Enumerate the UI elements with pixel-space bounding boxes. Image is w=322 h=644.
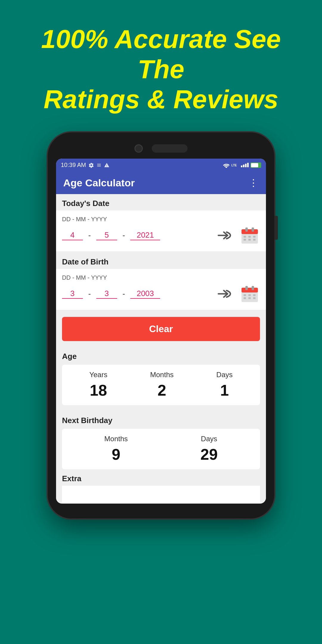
today-calendar-icon[interactable] [239,225,260,246]
svg-text:LTE: LTE [231,164,237,167]
signal-bar-3 [245,164,247,167]
phone-power-button [274,216,278,240]
age-days-value: 1 [220,381,229,399]
clear-button[interactable]: Clear [62,317,260,341]
svg-rect-16 [248,294,251,296]
phone-top-bar [56,141,266,159]
today-month-input[interactable] [96,230,117,240]
signal-bars [241,163,249,167]
dob-year-input[interactable] [130,289,160,299]
phone-speaker [152,144,188,153]
today-sep-1: - [88,231,91,240]
today-date-inputs-row: - - [62,225,260,246]
age-card: Years 18 Months 2 Days 1 [62,365,260,405]
dob-label: Date of Birth [56,253,266,269]
age-years-col: Years 18 [89,371,108,399]
dob-sep-2: - [123,289,125,298]
warning-icon [104,162,109,168]
birthday-months-value: 9 [112,445,120,463]
lte-icon: LTE [231,162,239,168]
headline: 100% Accurate See The Ratings & Reviews [0,0,322,132]
svg-rect-10 [253,239,256,241]
today-date-card: DD - MM - YYYY - - [56,210,266,251]
dob-format: DD - MM - YYYY [62,274,260,281]
extra-label: Extra [62,474,260,486]
headline-line1: 100% Accurate See The [41,24,281,84]
birthday-months-label: Months [104,435,128,443]
age-years-value: 18 [90,381,107,399]
age-days-label: Days [216,371,233,379]
svg-rect-15 [244,294,246,296]
age-months-value: 2 [157,381,166,399]
dob-card: DD - MM - YYYY - - [56,269,266,310]
birthday-days-label: Days [201,435,217,443]
svg-rect-17 [253,294,256,296]
app-title: Age Calculator [63,177,135,189]
age-section-label: Age [62,352,260,365]
dob-day-input[interactable] [62,289,83,299]
dob-inputs-row: - - [62,284,260,304]
today-year-input[interactable] [130,230,160,240]
svg-rect-19 [248,297,251,299]
today-date-format: DD - MM - YYYY [62,216,260,223]
next-birthday-label: Next Birthday [62,411,260,429]
battery-fill [251,163,258,167]
svg-rect-13 [245,286,248,290]
headline-line2: Ratings & Reviews [44,84,278,114]
menu-dots-button[interactable]: ⋮ [249,177,259,188]
svg-rect-12 [242,288,258,292]
svg-rect-2 [242,229,258,234]
svg-rect-6 [248,236,251,238]
phone-camera [134,144,143,153]
svg-rect-4 [252,227,254,232]
birthday-days-value: 29 [200,445,218,463]
today-day-input[interactable] [62,230,83,240]
age-months-label: Months [150,371,174,379]
phone-screen: 10:39 AM LTE [56,159,266,504]
status-bar: 10:39 AM LTE [56,159,266,172]
svg-rect-18 [244,297,246,299]
wifi-icon [223,162,230,168]
status-time-group: 10:39 AM [61,162,109,168]
notification-icon [96,162,102,168]
app-header: Age Calculator ⋮ [56,172,266,194]
birthday-days-col: Days 29 [200,435,218,463]
today-share-icon[interactable] [215,227,233,244]
svg-rect-7 [253,236,256,238]
today-sep-2: - [123,231,125,240]
signal-bar-2 [243,165,244,167]
dob-month-input[interactable] [96,289,117,299]
age-days-col: Days 1 [216,371,233,399]
svg-rect-8 [244,239,246,241]
settings-icon [89,162,94,168]
extra-section-wrapper: Extra [56,469,266,504]
status-icons-right: LTE [223,162,261,168]
phone-shell: 10:39 AM LTE [48,132,274,518]
birthday-months-col: Months 9 [104,435,128,463]
age-months-col: Months 2 [150,371,174,399]
dob-sep-1: - [88,289,91,298]
today-date-field: - - [62,230,160,240]
signal-bar-1 [241,165,242,167]
svg-rect-20 [253,297,256,299]
extra-card [62,486,260,504]
svg-rect-9 [248,239,251,241]
status-time: 10:39 AM [61,162,86,168]
svg-rect-14 [252,286,254,290]
age-years-label: Years [89,371,108,379]
dob-date-field: - - [62,289,160,299]
svg-rect-3 [245,227,248,232]
signal-bar-4 [247,163,249,167]
battery-icon [250,162,261,168]
birthday-card: Months 9 Days 29 [62,429,260,469]
svg-rect-5 [244,236,246,238]
age-section: Age Years 18 Months 2 Days 1 [56,347,266,405]
next-birthday-section: Next Birthday Months 9 Days 29 [56,406,266,469]
dob-calendar-icon[interactable] [239,284,260,304]
clear-section: Clear [56,311,266,347]
today-date-label: Today's Date [56,194,266,210]
today-date-actions [215,225,260,246]
dob-share-icon[interactable] [215,285,233,303]
dob-date-actions [215,284,260,304]
